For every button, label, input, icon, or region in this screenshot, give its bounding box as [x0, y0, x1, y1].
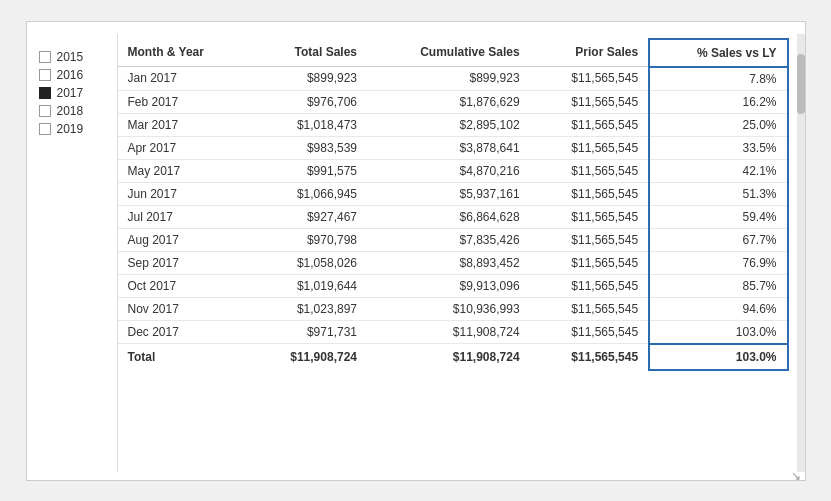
header-cumulative-sales: Cumulative Sales	[367, 39, 530, 67]
sidebar-item-2019[interactable]: 2019	[39, 122, 105, 136]
sidebar-item-2016[interactable]: 2016	[39, 68, 105, 82]
cell-r2-c3: $11,565,545	[530, 113, 649, 136]
cell-r10-c2: $10,936,993	[367, 297, 530, 320]
cell-r4-c4: 42.1%	[649, 159, 787, 182]
data-table: Month & YearTotal SalesCumulative SalesP…	[118, 38, 789, 371]
cell-r11-c2: $11,908,724	[367, 320, 530, 344]
sidebar-item-2015[interactable]: 2015	[39, 50, 105, 64]
header-total-sales: Total Sales	[249, 39, 367, 67]
cell-r3-c4: 33.5%	[649, 136, 787, 159]
header-month--year: Month & Year	[118, 39, 249, 67]
cell-r3-c1: $983,539	[249, 136, 367, 159]
sidebar-checkbox-2019[interactable]	[39, 123, 51, 135]
cell-r10-c3: $11,565,545	[530, 297, 649, 320]
cell-r11-c4: 103.0%	[649, 320, 787, 344]
table-row: Feb 2017$976,706$1,876,629$11,565,54516.…	[118, 90, 788, 113]
cell-r5-c3: $11,565,545	[530, 182, 649, 205]
resize-icon: ↘	[791, 469, 801, 483]
bottom-resize-handle[interactable]: ↘	[27, 472, 805, 480]
sidebar-item-2018[interactable]: 2018	[39, 104, 105, 118]
table-row: Dec 2017$971,731$11,908,724$11,565,54510…	[118, 320, 788, 344]
cell-r9-c4: 85.7%	[649, 274, 787, 297]
table-row: Nov 2017$1,023,897$10,936,993$11,565,545…	[118, 297, 788, 320]
cell-r7-c4: 67.7%	[649, 228, 787, 251]
cell-r10-c1: $1,023,897	[249, 297, 367, 320]
sidebar-item-2017[interactable]: 2017	[39, 86, 105, 100]
sidebar-label-2016: 2016	[57, 68, 84, 82]
cell-r0-c3: $11,565,545	[530, 67, 649, 91]
cell-r7-c0: Aug 2017	[118, 228, 249, 251]
cell-r6-c2: $6,864,628	[367, 205, 530, 228]
cell-r5-c0: Jun 2017	[118, 182, 249, 205]
cell-r7-c2: $7,835,426	[367, 228, 530, 251]
sidebar-label-2018: 2018	[57, 104, 84, 118]
cell-r1-c4: 16.2%	[649, 90, 787, 113]
footer-cell-0: Total	[118, 344, 249, 370]
cell-r11-c1: $971,731	[249, 320, 367, 344]
cell-r1-c3: $11,565,545	[530, 90, 649, 113]
scrollbar[interactable]	[797, 34, 805, 472]
cell-r4-c0: May 2017	[118, 159, 249, 182]
cell-r5-c2: $5,937,161	[367, 182, 530, 205]
cell-r10-c0: Nov 2017	[118, 297, 249, 320]
cell-r4-c2: $4,870,216	[367, 159, 530, 182]
cell-r7-c3: $11,565,545	[530, 228, 649, 251]
sidebar-checkbox-2015[interactable]	[39, 51, 51, 63]
cell-r1-c0: Feb 2017	[118, 90, 249, 113]
table-row: Oct 2017$1,019,644$9,913,096$11,565,5458…	[118, 274, 788, 297]
cell-r2-c4: 25.0%	[649, 113, 787, 136]
cell-r11-c0: Dec 2017	[118, 320, 249, 344]
sidebar-checkbox-2018[interactable]	[39, 105, 51, 117]
cell-r0-c4: 7.8%	[649, 67, 787, 91]
cell-r6-c4: 59.4%	[649, 205, 787, 228]
cell-r2-c0: Mar 2017	[118, 113, 249, 136]
cell-r9-c1: $1,019,644	[249, 274, 367, 297]
cell-r6-c0: Jul 2017	[118, 205, 249, 228]
cell-r11-c3: $11,565,545	[530, 320, 649, 344]
cell-r4-c3: $11,565,545	[530, 159, 649, 182]
cell-r1-c2: $1,876,629	[367, 90, 530, 113]
cell-r0-c1: $899,923	[249, 67, 367, 91]
footer-cell-4: 103.0%	[649, 344, 787, 370]
cell-r3-c3: $11,565,545	[530, 136, 649, 159]
table-row: Apr 2017$983,539$3,878,641$11,565,54533.…	[118, 136, 788, 159]
main-panel: 20152016201720182019 Month & YearTotal S…	[26, 21, 806, 481]
cell-r9-c3: $11,565,545	[530, 274, 649, 297]
table-container[interactable]: Month & YearTotal SalesCumulative SalesP…	[117, 34, 797, 472]
cell-r8-c2: $8,893,452	[367, 251, 530, 274]
cell-r3-c2: $3,878,641	[367, 136, 530, 159]
sidebar-label-2017: 2017	[57, 86, 84, 100]
cell-r2-c1: $1,018,473	[249, 113, 367, 136]
cell-r5-c1: $1,066,945	[249, 182, 367, 205]
cell-r9-c0: Oct 2017	[118, 274, 249, 297]
table-row: Jul 2017$927,467$6,864,628$11,565,54559.…	[118, 205, 788, 228]
cell-r10-c4: 94.6%	[649, 297, 787, 320]
cell-r5-c4: 51.3%	[649, 182, 787, 205]
cell-r8-c3: $11,565,545	[530, 251, 649, 274]
sidebar-label-2015: 2015	[57, 50, 84, 64]
cell-r6-c3: $11,565,545	[530, 205, 649, 228]
cell-r0-c0: Jan 2017	[118, 67, 249, 91]
table-row: May 2017$991,575$4,870,216$11,565,54542.…	[118, 159, 788, 182]
cell-r8-c1: $1,058,026	[249, 251, 367, 274]
cell-r2-c2: $2,895,102	[367, 113, 530, 136]
footer-cell-3: $11,565,545	[530, 344, 649, 370]
sidebar-label-2019: 2019	[57, 122, 84, 136]
header-prior-sales: Prior Sales	[530, 39, 649, 67]
content-area: 20152016201720182019 Month & YearTotal S…	[27, 34, 805, 472]
cell-r8-c0: Sep 2017	[118, 251, 249, 274]
cell-r6-c1: $927,467	[249, 205, 367, 228]
table-row: Mar 2017$1,018,473$2,895,102$11,565,5452…	[118, 113, 788, 136]
footer-cell-1: $11,908,724	[249, 344, 367, 370]
cell-r4-c1: $991,575	[249, 159, 367, 182]
table-row: Sep 2017$1,058,026$8,893,452$11,565,5457…	[118, 251, 788, 274]
cell-r9-c2: $9,913,096	[367, 274, 530, 297]
scrollbar-thumb[interactable]	[797, 54, 805, 114]
sidebar-checkbox-2017[interactable]	[39, 87, 51, 99]
footer-cell-2: $11,908,724	[367, 344, 530, 370]
cell-r3-c0: Apr 2017	[118, 136, 249, 159]
cell-r0-c2: $899,923	[367, 67, 530, 91]
sidebar-checkbox-2016[interactable]	[39, 69, 51, 81]
drag-handle[interactable]	[27, 22, 805, 30]
table-row: Aug 2017$970,798$7,835,426$11,565,54567.…	[118, 228, 788, 251]
